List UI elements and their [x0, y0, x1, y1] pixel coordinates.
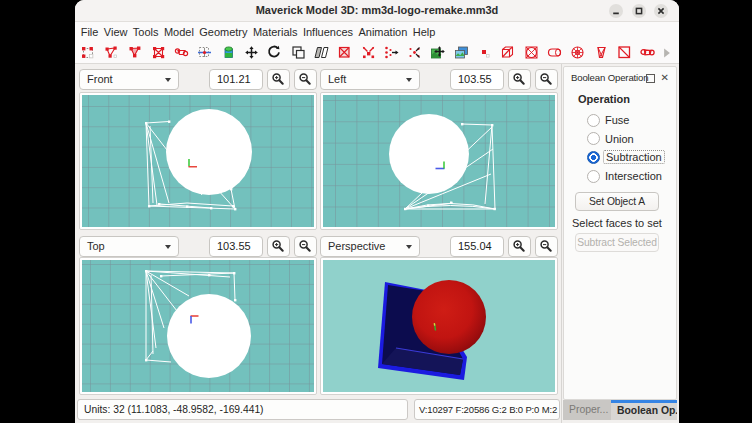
minimize-icon: [609, 4, 623, 18]
select-vertices-icon[interactable]: [80, 44, 97, 61]
viewport-perspective-canvas[interactable]: [320, 257, 558, 395]
menu-animation[interactable]: Animation: [356, 22, 410, 42]
zoom-out-button-top[interactable]: [294, 236, 317, 257]
viewport-grid: Front 101.21 Left 103.55 Top 103.55 Pers…: [75, 64, 561, 423]
radio-label: Union: [605, 133, 634, 145]
rotate-tool-icon[interactable]: [266, 44, 283, 61]
boolean-operation-panel: Boolean Operation ✕ Operation FuseUnionS…: [563, 66, 677, 400]
zoom-input-top[interactable]: 103.55: [209, 236, 263, 257]
view-select-perspective[interactable]: Perspective: [320, 236, 420, 257]
window-controls: [609, 4, 668, 18]
snap-together-icon[interactable]: [383, 44, 400, 61]
close-button[interactable]: [654, 4, 668, 18]
zoom-out-button-perspective[interactable]: [535, 236, 558, 257]
zoom-in-icon: [512, 239, 527, 254]
zoom-in-button-perspective[interactable]: [508, 236, 531, 257]
delete-face-icon[interactable]: [336, 44, 353, 61]
select-points-icon[interactable]: [196, 44, 213, 61]
cone-primitive-icon[interactable]: [593, 44, 610, 61]
maximize-button[interactable]: [632, 4, 646, 18]
panel-float-icon[interactable]: [646, 74, 655, 83]
point-primitive-icon[interactable]: [476, 44, 493, 61]
select-faces-icon[interactable]: [103, 44, 120, 61]
zoom-in-button-left[interactable]: [508, 69, 531, 90]
view-select-front[interactable]: Front: [79, 69, 179, 90]
maximize-icon: [632, 4, 646, 18]
subtract-selected-button[interactable]: Subtract Selected: [575, 233, 659, 252]
zoom-out-icon: [539, 72, 554, 87]
select-projections-icon[interactable]: [220, 44, 237, 61]
left-view-scene: [323, 95, 555, 227]
chevron-down-icon: [406, 245, 412, 249]
viewport-left-canvas[interactable]: [320, 92, 558, 230]
menu-help[interactable]: Help: [410, 22, 438, 42]
shear-icon[interactable]: [313, 44, 330, 61]
menu-view[interactable]: View: [101, 22, 130, 42]
zoom-input-front[interactable]: 101.21: [209, 69, 263, 90]
cylinder-primitive-icon[interactable]: [546, 44, 563, 61]
radio-label: Subtraction: [603, 150, 665, 164]
app-window: Maverick Model 3D: mm3d-logo-remake.mm3d…: [75, 0, 679, 423]
radio-union[interactable]: Union: [587, 132, 634, 146]
cube-primitive-icon[interactable]: [499, 44, 516, 61]
select-connected-icon[interactable]: [127, 44, 144, 61]
zoom-input-left[interactable]: 103.55: [450, 69, 504, 90]
viewport-controls-perspective: Perspective 155.04: [320, 236, 558, 257]
boolean-sphere: [412, 280, 486, 354]
view-select-left[interactable]: Left: [320, 69, 420, 90]
radio-fuse[interactable]: Fuse: [587, 113, 629, 127]
panel-close-icon[interactable]: ✕: [661, 72, 669, 84]
perspective-view-scene: [323, 260, 555, 392]
dock-area: Boolean Operation ✕ Operation FuseUnionS…: [561, 64, 679, 423]
zoom-in-button-top[interactable]: [267, 236, 290, 257]
menu-file[interactable]: File: [78, 22, 101, 42]
view-select-left-value: Left: [328, 73, 346, 85]
chevron-down-icon: [406, 78, 412, 82]
chevron-down-icon: [165, 245, 171, 249]
menu-influences[interactable]: Influences: [300, 22, 356, 42]
zoom-out-icon: [298, 72, 313, 87]
menu-bar: FileViewToolsModelGeometryMaterialsInflu…: [75, 22, 679, 42]
menu-tools[interactable]: Tools: [130, 22, 161, 42]
toolbar: [75, 42, 679, 64]
minimize-button[interactable]: [609, 4, 623, 18]
menu-model[interactable]: Model: [161, 22, 196, 42]
viewport-front-canvas[interactable]: [79, 92, 317, 230]
title-bar[interactable]: Maverick Model 3D: mm3d-logo-remake.mm3d: [75, 0, 679, 22]
viewport-top-canvas[interactable]: [79, 257, 317, 395]
duplicate-icon[interactable]: [290, 44, 307, 61]
select-bone-joints-icon[interactable]: [173, 44, 190, 61]
dock-tab-proper[interactable]: Proper...: [563, 400, 611, 420]
dock-tab-booleanop[interactable]: Boolean Op...: [611, 400, 677, 420]
zoom-in-button-front[interactable]: [267, 69, 290, 90]
top-sphere: [167, 294, 251, 378]
weld-vertices-icon[interactable]: [360, 44, 377, 61]
zoom-input-perspective[interactable]: 155.04: [450, 236, 504, 257]
background-image-icon[interactable]: [453, 44, 470, 61]
bone-joint-icon[interactable]: [639, 44, 656, 61]
radio-intersection[interactable]: Intersection: [587, 169, 662, 183]
viewport-controls-front: Front 101.21: [79, 69, 317, 90]
toolbar-overflow-arrow-icon[interactable]: [660, 46, 674, 64]
status-counts: V:10297 F:20586 G:2 B:0 P:0 M:2: [414, 399, 560, 420]
ellipsoid-primitive-icon[interactable]: [523, 44, 540, 61]
operation-group-label: Operation: [578, 93, 630, 105]
snap-apart-icon[interactable]: [406, 44, 423, 61]
menu-materials[interactable]: Materials: [250, 22, 300, 42]
texture-move-icon[interactable]: [429, 44, 446, 61]
set-object-a-button[interactable]: Set Object A: [575, 192, 659, 211]
view-select-top[interactable]: Top: [79, 236, 179, 257]
window-title: Maverick Model 3D: mm3d-logo-remake.mm3d: [75, 0, 679, 21]
torus-primitive-icon[interactable]: [569, 44, 586, 61]
plane-primitive-icon[interactable]: [616, 44, 633, 61]
move-tool-icon[interactable]: [243, 44, 260, 61]
radio-subtraction[interactable]: Subtraction: [587, 150, 665, 164]
menu-geometry[interactable]: Geometry: [197, 22, 251, 42]
zoom-in-icon: [271, 72, 286, 87]
zoom-out-icon: [539, 239, 554, 254]
select-groups-icon[interactable]: [150, 44, 167, 61]
zoom-out-button-left[interactable]: [535, 69, 558, 90]
zoom-out-button-front[interactable]: [294, 69, 317, 90]
radio-label: Fuse: [605, 114, 629, 126]
front-view-scene: [82, 95, 314, 227]
